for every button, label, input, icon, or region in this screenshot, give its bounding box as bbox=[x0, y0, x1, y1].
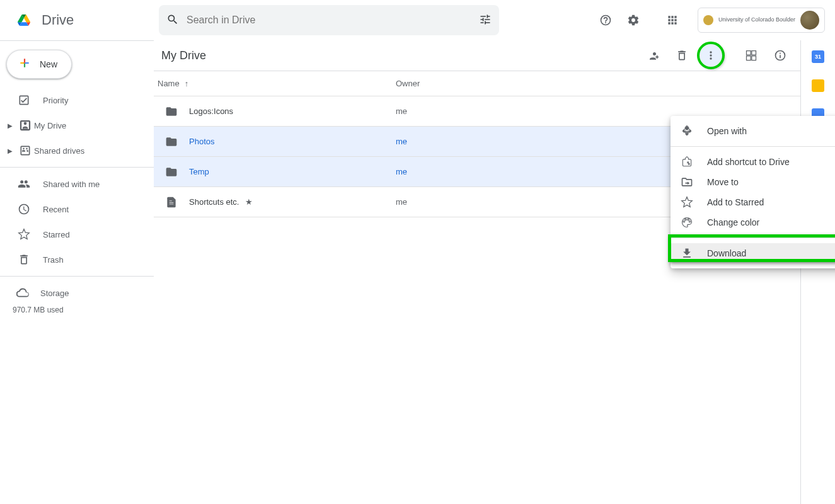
shared-with-me-icon bbox=[16, 178, 32, 190]
folder-icon bbox=[154, 105, 189, 118]
content-header: My Drive bbox=[154, 40, 800, 71]
main-content: My Drive Name ↑ Owner Logos:Icons me bbox=[154, 40, 801, 504]
file-name: Logos:Icons bbox=[189, 106, 396, 116]
search-icon bbox=[166, 13, 179, 28]
nav-label: Recent bbox=[43, 205, 69, 214]
apps-button[interactable] bbox=[660, 8, 685, 33]
help-button[interactable] bbox=[593, 8, 618, 33]
logo-area[interactable]: Drive bbox=[5, 8, 159, 33]
action-bar bbox=[640, 43, 723, 68]
starred-badge-icon: ★ bbox=[245, 197, 253, 207]
app-header: Drive University of Colorado Boulder bbox=[0, 0, 835, 40]
menu-label: Add to Starred bbox=[707, 197, 764, 207]
plus-icon bbox=[17, 57, 32, 72]
more-actions-button[interactable] bbox=[698, 43, 723, 68]
nav-shared-with-me[interactable]: Shared with me bbox=[0, 171, 146, 197]
open-with-icon bbox=[681, 125, 693, 137]
details-button[interactable] bbox=[768, 43, 793, 68]
nav-trash[interactable]: Trash bbox=[0, 247, 146, 272]
doc-icon bbox=[154, 196, 189, 209]
settings-button[interactable] bbox=[621, 8, 646, 33]
search-options-icon[interactable] bbox=[479, 13, 492, 28]
folder-icon bbox=[154, 166, 189, 178]
storage-used: 970.7 MB used bbox=[0, 306, 154, 314]
file-owner: me bbox=[396, 106, 407, 116]
menu-download[interactable]: Download bbox=[671, 243, 835, 263]
nav-label: Priority bbox=[43, 96, 68, 105]
menu-change-color[interactable]: Change color › bbox=[671, 212, 835, 232]
priority-icon bbox=[16, 94, 32, 106]
menu-open-with[interactable]: Open with › bbox=[671, 121, 835, 141]
nav-recent[interactable]: Recent bbox=[0, 197, 146, 222]
file-name: Photos bbox=[189, 137, 396, 146]
file-name: Shortcuts etc. ★ bbox=[189, 197, 396, 207]
nav-starred[interactable]: Starred bbox=[0, 222, 146, 247]
move-icon bbox=[681, 176, 693, 188]
nav-label: Trash bbox=[43, 255, 64, 265]
my-drive-icon bbox=[18, 119, 33, 132]
org-name: University of Colorado Boulder bbox=[718, 17, 795, 23]
column-owner[interactable]: Owner bbox=[396, 79, 522, 88]
new-button[interactable]: New bbox=[6, 50, 72, 79]
expand-chevron-icon[interactable]: ▶ bbox=[4, 147, 16, 154]
menu-label: Download bbox=[707, 248, 746, 258]
menu-label: Open with bbox=[707, 126, 747, 136]
nav-priority[interactable]: Priority bbox=[0, 88, 146, 113]
search-bar[interactable] bbox=[159, 5, 499, 35]
cloud-icon bbox=[16, 286, 29, 301]
nav-label: Starred bbox=[43, 230, 70, 239]
file-owner: me bbox=[396, 167, 407, 176]
menu-label: Add shortcut to Drive bbox=[707, 157, 790, 167]
file-name: Temp bbox=[189, 167, 396, 176]
table-header: Name ↑ Owner bbox=[154, 71, 800, 96]
new-label: New bbox=[40, 59, 57, 69]
nav-my-drive[interactable]: ▶ My Drive bbox=[0, 113, 146, 138]
avatar bbox=[800, 11, 819, 30]
sidebar: New Priority ▶ My Drive ▶ Shared drives … bbox=[0, 40, 154, 504]
header-actions: University of Colorado Boulder bbox=[593, 8, 830, 33]
column-name[interactable]: Name ↑ bbox=[154, 79, 396, 88]
account-chip[interactable]: University of Colorado Boulder bbox=[698, 8, 825, 33]
nav-label: Shared with me bbox=[43, 180, 100, 189]
star-icon bbox=[681, 196, 693, 209]
nav-label: Storage bbox=[40, 289, 69, 298]
star-icon bbox=[16, 228, 32, 241]
nav-label: Shared drives bbox=[34, 146, 84, 156]
nav-shared-drives[interactable]: ▶ Shared drives bbox=[0, 138, 146, 163]
search-input[interactable] bbox=[187, 14, 471, 26]
sort-arrow-icon[interactable]: ↑ bbox=[185, 79, 189, 88]
keep-app-icon[interactable] bbox=[812, 79, 824, 92]
context-menu: Open with › Add shortcut to Drive Move t… bbox=[671, 116, 835, 268]
org-logo-icon bbox=[703, 15, 713, 25]
nav-storage[interactable]: Storage bbox=[0, 280, 154, 306]
shared-drives-icon bbox=[18, 144, 33, 157]
trash-icon bbox=[16, 253, 32, 266]
product-name: Drive bbox=[42, 12, 74, 28]
calendar-app-icon[interactable] bbox=[812, 50, 824, 63]
side-panel: + bbox=[801, 40, 835, 504]
svg-point-0 bbox=[24, 123, 26, 125]
breadcrumb-title[interactable]: My Drive bbox=[159, 49, 206, 62]
expand-chevron-icon[interactable]: ▶ bbox=[4, 122, 16, 129]
nav-label: My Drive bbox=[34, 121, 66, 130]
folder-icon bbox=[154, 135, 189, 148]
recent-icon bbox=[16, 203, 32, 215]
menu-label: Move to bbox=[707, 177, 739, 187]
file-owner: me bbox=[396, 197, 407, 207]
menu-move-to[interactable]: Move to bbox=[671, 172, 835, 192]
view-info-bar bbox=[739, 43, 793, 68]
menu-add-starred[interactable]: Add to Starred bbox=[671, 192, 835, 212]
shortcut-icon bbox=[681, 156, 693, 168]
palette-icon bbox=[681, 216, 693, 229]
download-icon bbox=[681, 247, 693, 260]
menu-add-shortcut[interactable]: Add shortcut to Drive bbox=[671, 152, 835, 172]
share-button[interactable] bbox=[640, 43, 665, 68]
menu-label: Change color bbox=[707, 217, 759, 227]
drive-logo-icon bbox=[11, 8, 37, 33]
grid-view-button[interactable] bbox=[739, 43, 764, 68]
delete-button[interactable] bbox=[669, 43, 694, 68]
file-owner: me bbox=[396, 137, 407, 146]
